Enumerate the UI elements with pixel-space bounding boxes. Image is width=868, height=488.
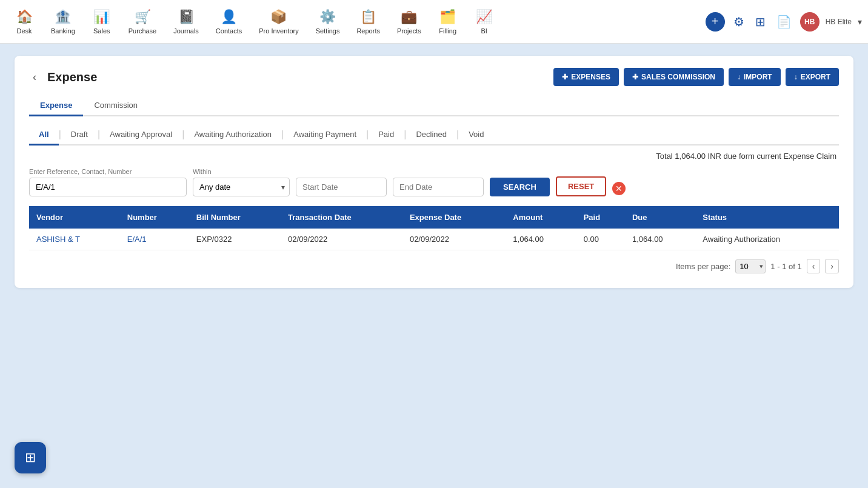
status-tabs: All | Draft | Awaiting Approval | Awaiti… xyxy=(29,125,839,145)
data-table: Vendor Number Bill Number Transaction Da… xyxy=(29,206,839,250)
sales-commission-icon: ✚ xyxy=(632,73,638,81)
search-row: Enter Reference, Contact, Number Within … xyxy=(29,168,839,196)
nav-item-sales[interactable]: 📊 Sales xyxy=(84,4,120,39)
reference-label: Enter Reference, Contact, Number xyxy=(29,168,187,175)
pro-inventory-icon: 📦 xyxy=(270,9,287,25)
tab-expense[interactable]: Expense xyxy=(29,96,83,116)
nav-label-settings: Settings xyxy=(316,27,340,35)
avatar[interactable]: HB xyxy=(800,12,820,32)
start-date-input[interactable] xyxy=(296,178,387,196)
banking-icon: 🏦 xyxy=(55,9,71,25)
cell-status: Awaiting Authorization xyxy=(695,229,839,250)
end-date-label xyxy=(393,168,484,175)
export-icon: ↓ xyxy=(794,73,798,81)
add-new-button[interactable]: + xyxy=(706,12,725,32)
back-button[interactable]: ‹ xyxy=(29,70,40,85)
user-plan-label: HB Elite xyxy=(826,18,852,26)
number-link[interactable]: E/A/1 xyxy=(127,235,147,244)
nav-label-contacts: Contacts xyxy=(216,27,242,35)
start-date-field-group xyxy=(296,168,387,196)
main-tabs: Expense Commission xyxy=(29,96,839,116)
col-due: Due xyxy=(625,206,695,229)
grid-view-button[interactable]: ⊞ xyxy=(753,12,768,32)
reset-button[interactable]: RESET xyxy=(556,176,606,196)
cell-bill-number: EXP/0322 xyxy=(189,229,281,250)
nav-item-journals[interactable]: 📓 Journals xyxy=(165,4,207,39)
document-button[interactable]: 📄 xyxy=(774,12,794,32)
nav-item-filling[interactable]: 🗂️ Filling xyxy=(430,4,466,39)
status-tab-void[interactable]: Void xyxy=(459,125,493,145)
settings-gear-button[interactable]: ⚙ xyxy=(731,12,747,32)
vendor-link[interactable]: ASHISH & T xyxy=(36,235,80,244)
status-tab-paid[interactable]: Paid xyxy=(369,125,404,145)
pagination-row: Items per page: 10 25 50 100 ▾ 1 - 1 of … xyxy=(29,259,839,273)
col-bill-number: Bill Number xyxy=(189,206,281,229)
tab-commission[interactable]: Commission xyxy=(83,96,149,116)
nav-item-desk[interactable]: 🏠 Desk xyxy=(6,4,42,39)
nav-item-settings[interactable]: ⚙️ Settings xyxy=(307,4,349,39)
filling-icon: 🗂️ xyxy=(439,9,456,25)
page-title: Expense xyxy=(47,70,97,84)
desk-icon: 🏠 xyxy=(16,9,33,25)
card-header-right: ✚ EXPENSES ✚ SALES COMMISSION ↓ IMPORT ↓… xyxy=(553,68,839,86)
table-body: ASHISH & T E/A/1 EXP/0322 02/09/2022 02/… xyxy=(29,229,839,250)
expenses-button[interactable]: ✚ EXPENSES xyxy=(553,68,619,86)
import-button[interactable]: ↓ IMPORT xyxy=(729,68,781,86)
sales-commission-button[interactable]: ✚ SALES COMMISSION xyxy=(624,68,724,86)
within-select[interactable]: Any date This week This month This year xyxy=(193,178,290,196)
nav-label-journals: Journals xyxy=(173,27,199,35)
end-date-input[interactable] xyxy=(393,178,484,196)
nav-label-purchase: Purchase xyxy=(129,27,156,35)
nav-right: + ⚙ ⊞ 📄 HB HB Elite ▾ xyxy=(706,12,862,32)
purchase-icon: 🛒 xyxy=(135,9,151,25)
import-icon: ↓ xyxy=(737,73,741,81)
within-field-group: Within Any date This week This month Thi… xyxy=(193,168,290,196)
status-tab-awaiting-authorization[interactable]: Awaiting Authorization xyxy=(184,125,281,145)
nav-item-projects[interactable]: 💼 Projects xyxy=(389,4,430,39)
nav-item-banking[interactable]: 🏦 Banking xyxy=(42,4,84,39)
col-expense-date: Expense Date xyxy=(402,206,506,229)
nav-item-bi[interactable]: 📈 BI xyxy=(466,4,502,39)
nav-item-contacts[interactable]: 👤 Contacts xyxy=(207,4,250,39)
cell-due: 1,064.00 xyxy=(625,229,695,250)
status-tab-draft[interactable]: Draft xyxy=(61,125,98,145)
nav-item-reports[interactable]: 📋 Reports xyxy=(348,4,389,39)
nav-item-pro-inventory[interactable]: 📦 Pro Inventory xyxy=(250,4,307,39)
table-header-row: Vendor Number Bill Number Transaction Da… xyxy=(29,206,839,229)
next-page-button[interactable]: › xyxy=(825,259,839,273)
contacts-icon: 👤 xyxy=(221,9,237,25)
reference-input[interactable] xyxy=(29,178,187,196)
export-button[interactable]: ↓ EXPORT xyxy=(786,68,839,86)
projects-icon: 💼 xyxy=(401,9,417,25)
top-nav: 🏠 Desk 🏦 Banking 📊 Sales 🛒 Purchase 📓 Jo… xyxy=(0,0,868,44)
col-vendor: Vendor xyxy=(29,206,120,229)
nav-items: 🏠 Desk 🏦 Banking 📊 Sales 🛒 Purchase 📓 Jo… xyxy=(6,4,706,39)
col-number: Number xyxy=(120,206,189,229)
fab-icon: ⊞ xyxy=(25,450,36,466)
sales-icon: 📊 xyxy=(93,9,110,25)
fab-button[interactable]: ⊞ xyxy=(15,442,46,473)
main-area: ‹ Expense ✚ EXPENSES ✚ SALES COMMISSION … xyxy=(0,44,868,300)
nav-label-desk: Desk xyxy=(16,27,32,35)
within-label: Within xyxy=(193,168,290,175)
chevron-down-icon[interactable]: ▾ xyxy=(858,17,862,27)
page-info: 1 - 1 of 1 xyxy=(770,262,801,271)
nav-label-pro-inventory: Pro Inventory xyxy=(259,27,298,35)
table-row: ASHISH & T E/A/1 EXP/0322 02/09/2022 02/… xyxy=(29,229,839,250)
nav-item-purchase[interactable]: 🛒 Purchase xyxy=(120,4,165,39)
status-tab-awaiting-approval[interactable]: Awaiting Approval xyxy=(100,125,182,145)
settings-icon: ⚙️ xyxy=(319,9,336,25)
cell-expense-date: 02/09/2022 xyxy=(402,229,506,250)
cell-transaction-date: 02/09/2022 xyxy=(281,229,402,250)
total-line: Total 1,064.00 INR due form current Expe… xyxy=(29,152,839,161)
start-date-label xyxy=(296,168,387,175)
status-tab-all[interactable]: All xyxy=(29,125,59,145)
per-page-select[interactable]: 10 25 50 100 xyxy=(735,259,766,273)
status-tab-declined[interactable]: Declined xyxy=(406,125,456,145)
status-tab-awaiting-payment[interactable]: Awaiting Payment xyxy=(284,125,366,145)
close-circle-button[interactable]: ✕ xyxy=(612,182,626,195)
search-button[interactable]: SEARCH xyxy=(490,178,550,196)
expense-card: ‹ Expense ✚ EXPENSES ✚ SALES COMMISSION … xyxy=(15,56,853,288)
prev-page-button[interactable]: ‹ xyxy=(807,259,821,273)
cell-number: E/A/1 xyxy=(120,229,189,250)
